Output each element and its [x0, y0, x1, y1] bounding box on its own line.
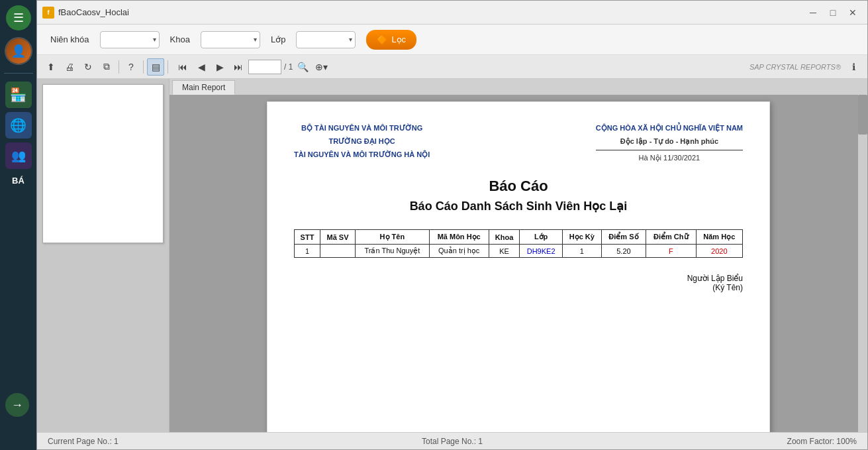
khoa-select-wrapper: [201, 31, 260, 48]
header-left-line2: TRƯỜNG ĐẠI HỌC: [294, 135, 430, 148]
tb-tree-button[interactable]: ▤: [147, 58, 164, 76]
sap-label: SAP CRYSTAL REPORTS®: [749, 63, 841, 71]
header-left: BỘ TÀI NGUYÊN VÀ MÔI TRƯỜNG TRƯỜNG ĐẠI H…: [294, 122, 430, 164]
header-right-date: Hà Nội 11/30/2021: [596, 152, 743, 165]
nav-controls: ⏮ ◀ ▶ ⏭ 1 / 1: [174, 58, 293, 76]
col-lop: Lớp: [520, 230, 562, 245]
sidebar-icon-store[interactable]: 🏪: [5, 82, 32, 108]
lop-label: Lớp: [271, 34, 285, 44]
maximize-button[interactable]: □: [824, 5, 842, 20]
lop-select[interactable]: [296, 31, 356, 48]
close-button[interactable]: ✕: [844, 5, 862, 20]
table-cell: 1: [562, 245, 601, 258]
report-page: BỘ TÀI NGUYÊN VÀ MÔI TRƯỜNG TRƯỜNG ĐẠI H…: [267, 101, 770, 432]
taskbar-left: ☰ 👤 🏪 🌐 👥 BÁ →: [0, 0, 36, 450]
menu-button[interactable]: ☰: [6, 5, 31, 30]
khoa-select[interactable]: [201, 31, 260, 48]
minimize-button[interactable]: ─: [804, 5, 822, 20]
report-area: Main Report BỘ TÀI NGUYÊN VÀ MÔI TRƯỜNG …: [169, 79, 867, 432]
filter-bar: Niên khóa Khoa Lớp 🔶 Lọc: [37, 25, 867, 55]
tb-zoom-button[interactable]: ⊕▾: [313, 58, 330, 76]
col-diemchu: Điểm Chữ: [646, 230, 697, 245]
avatar: 👤: [5, 37, 32, 65]
page-input[interactable]: 1: [248, 60, 281, 74]
header-right: CỘNG HÒA XÃ HỘI CHỦ NGHĨA VIỆT NAM Độc l…: [596, 122, 743, 164]
tb-first-page[interactable]: ⏮: [174, 58, 191, 76]
desktop: ☰ 👤 🏪 🌐 👥 BÁ → f fBaoCaosv_Hoclai ─ □ ✕: [0, 0, 868, 450]
status-current-page: Current Page No.: 1: [48, 437, 317, 446]
col-hocky: Học Kỳ: [562, 230, 601, 245]
tb-help-button[interactable]: ?: [122, 58, 140, 76]
report-table: STT Mã SV Họ Tên Mã Môn Học Khoa Lớp Học…: [294, 229, 743, 258]
table-cell: Trần Thu Nguyệt: [356, 245, 430, 258]
table-cell: 2020: [696, 245, 742, 258]
signature-line1: Người Lập Biểu: [294, 274, 743, 283]
toolbar: ⬆ 🖨 ↻ ⧉ ? ▤ ⏮ ◀ ▶ ⏭ 1 / 1 🔍 ⊕▾ SAP CRYST…: [37, 55, 867, 79]
table-cell: [320, 245, 355, 258]
sidebar-icon-globe[interactable]: 🌐: [5, 112, 32, 139]
report-scroll[interactable]: BỘ TÀI NGUYÊN VÀ MÔI TRƯỜNG TRƯỜNG ĐẠI H…: [169, 95, 867, 432]
app-icon: f: [42, 7, 54, 19]
main-window: f fBaoCaosv_Hoclai ─ □ ✕ Niên khóa Khoa: [36, 0, 868, 450]
report-title2: Báo Cáo Danh Sách Sinh Viên Học Lại: [294, 199, 743, 213]
tb-last-page[interactable]: ⏭: [230, 58, 247, 76]
tb-copy-button[interactable]: ⧉: [98, 58, 115, 76]
scroll-thumb: [858, 95, 867, 135]
col-namhoc: Năm Học: [696, 230, 742, 245]
window-controls: ─ □ ✕: [804, 5, 862, 20]
report-title1: Báo Cáo: [294, 178, 743, 195]
signature-section: Người Lập Biểu (Ký Tên): [294, 274, 743, 292]
logout-button[interactable]: →: [5, 393, 29, 417]
header-right-line1: CỘNG HÒA XÃ HỘI CHỦ NGHĨA VIỆT NAM: [596, 122, 743, 135]
sidebar-icon-users[interactable]: 👥: [5, 142, 32, 169]
table-cell: 1: [295, 245, 320, 258]
col-hoten: Họ Tên: [356, 230, 430, 245]
title-bar: f fBaoCaosv_Hoclai ─ □ ✕: [37, 1, 867, 25]
lop-select-wrapper: [296, 31, 356, 48]
tb-search-button[interactable]: 🔍: [294, 58, 311, 76]
report-header: BỘ TÀI NGUYÊN VÀ MÔI TRƯỜNG TRƯỜNG ĐẠI H…: [294, 122, 743, 164]
left-panel: [37, 79, 169, 432]
page-total: / 1: [284, 62, 293, 72]
table-cell: 5.20: [601, 245, 646, 258]
header-left-line3: TÀI NGUYÊN VÀ MÔI TRƯỜNG HÀ NỘI: [294, 148, 430, 162]
toolbar-separator-2: [143, 60, 144, 74]
bao-label: BÁ: [12, 176, 24, 186]
col-khoa: Khoa: [489, 230, 520, 245]
tb-refresh-button[interactable]: ↻: [79, 58, 97, 76]
filter-button-label: Lọc: [391, 34, 406, 44]
signature-line2: (Ký Tên): [294, 283, 743, 292]
window-title: fBaoCaosv_Hoclai: [58, 7, 800, 17]
scroll-indicator[interactable]: [858, 95, 867, 432]
tb-next-page[interactable]: ▶: [211, 58, 228, 76]
khoa-label: Khoa: [170, 34, 190, 44]
col-mamon: Mã Môn Học: [429, 230, 489, 245]
table-header-row: STT Mã SV Họ Tên Mã Môn Học Khoa Lớp Học…: [295, 230, 743, 245]
nienkhoa-select-wrapper: [100, 31, 160, 48]
status-total-page: Total Page No.: 1: [317, 437, 587, 446]
toolbar-separator-1: [119, 60, 119, 74]
filter-button[interactable]: 🔶 Lọc: [366, 30, 416, 50]
table-cell: F: [646, 245, 697, 258]
table-cell: DH9KE2: [520, 245, 562, 258]
tb-print-button[interactable]: 🖨: [61, 58, 78, 76]
tb-info-button[interactable]: ℹ: [845, 58, 862, 76]
content-area: Main Report BỘ TÀI NGUYÊN VÀ MÔI TRƯỜNG …: [37, 79, 867, 432]
table-cell: Quản trị học: [429, 245, 489, 258]
report-title-section: Báo Cáo Báo Cáo Danh Sách Sinh Viên Học …: [294, 178, 743, 213]
main-report-tab[interactable]: Main Report: [172, 80, 235, 95]
tb-export-button[interactable]: ⬆: [42, 58, 60, 76]
header-right-line2: Độc lập - Tự do - Hạnh phúc: [596, 135, 743, 150]
col-diemsố: Điểm Số: [601, 230, 646, 245]
report-tab-bar: Main Report: [169, 79, 867, 95]
table-cell: KE: [489, 245, 520, 258]
header-left-line1: BỘ TÀI NGUYÊN VÀ MÔI TRƯỜNG: [294, 122, 430, 135]
tb-prev-page[interactable]: ◀: [193, 58, 210, 76]
filter-icon: 🔶: [377, 34, 387, 44]
nienkhoa-select[interactable]: [100, 31, 160, 48]
thumbnail-page[interactable]: [42, 84, 164, 243]
col-stt: STT: [295, 230, 320, 245]
status-zoom: Zoom Factor: 100%: [587, 437, 857, 446]
status-bar: Current Page No.: 1 Total Page No.: 1 Zo…: [37, 432, 867, 449]
nienkhoa-label: Niên khóa: [50, 34, 89, 44]
